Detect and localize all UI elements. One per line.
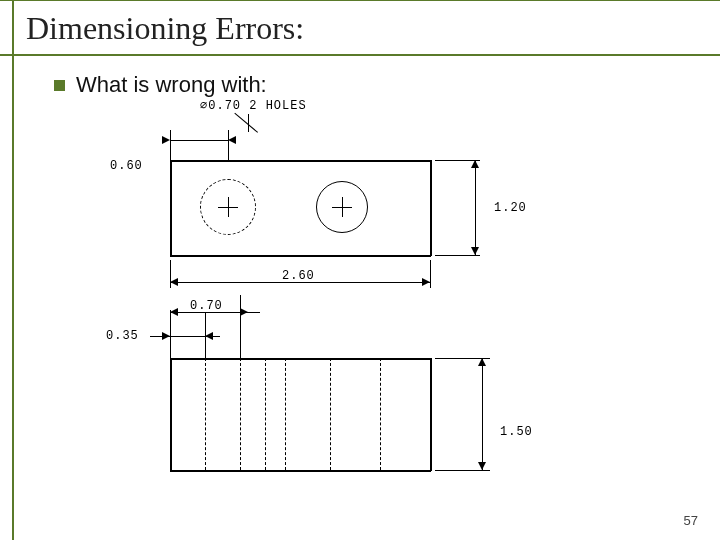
hidden-line	[330, 358, 331, 470]
arrow-icon	[422, 278, 430, 286]
hidden-line	[205, 358, 206, 470]
leader-line	[234, 113, 258, 133]
arrow-icon	[170, 308, 178, 316]
dim-1-50: 1.50	[500, 426, 533, 438]
center-mark	[228, 197, 229, 217]
arrow-icon	[471, 160, 479, 168]
dim-line	[170, 140, 228, 141]
dim-0-70: 0.70	[188, 300, 225, 312]
arrow-icon	[478, 358, 486, 366]
page-number: 57	[684, 513, 698, 528]
hidden-line	[265, 358, 266, 470]
hidden-line	[285, 358, 286, 470]
bullet-icon	[54, 80, 65, 91]
dim-line	[475, 160, 476, 255]
top-view-edge	[430, 160, 432, 256]
ext-line	[170, 310, 171, 358]
arrow-icon	[478, 462, 486, 470]
arrow-icon	[170, 278, 178, 286]
arrow-icon	[205, 332, 213, 340]
dim-line	[482, 358, 483, 470]
top-view-edge	[170, 160, 430, 162]
arrow-icon	[240, 308, 248, 316]
bullet-text: What is wrong with:	[76, 72, 267, 98]
ext-line	[240, 295, 241, 358]
arrow-icon	[228, 136, 236, 144]
hidden-line	[380, 358, 381, 470]
engineering-drawing: ⌀0.70 2 HOLES 0.60 1.20 2.60 0.70 0.35	[80, 100, 640, 500]
dim-0-60: 0.60	[110, 160, 143, 172]
ext-line	[228, 130, 229, 160]
front-view-edge	[170, 358, 430, 360]
hidden-line	[240, 358, 241, 470]
front-view-edge	[170, 470, 431, 472]
front-view-edge	[170, 358, 172, 470]
dim-2-60: 2.60	[280, 270, 317, 282]
ext-line	[430, 260, 431, 288]
ext-line	[435, 470, 490, 471]
front-view-edge	[430, 358, 432, 471]
dim-1-20: 1.20	[494, 202, 527, 214]
top-view-edge	[170, 160, 172, 255]
arrow-icon	[162, 332, 170, 340]
arrow-icon	[471, 247, 479, 255]
ext-line	[435, 255, 480, 256]
ext-line	[170, 130, 171, 160]
plus-icon	[342, 197, 343, 217]
dim-0-35: 0.35	[106, 330, 139, 342]
top-view-edge	[170, 255, 431, 257]
arrow-icon	[162, 136, 170, 144]
hole-callout: ⌀0.70 2 HOLES	[200, 100, 307, 112]
slide-title: Dimensioning Errors:	[26, 10, 304, 47]
